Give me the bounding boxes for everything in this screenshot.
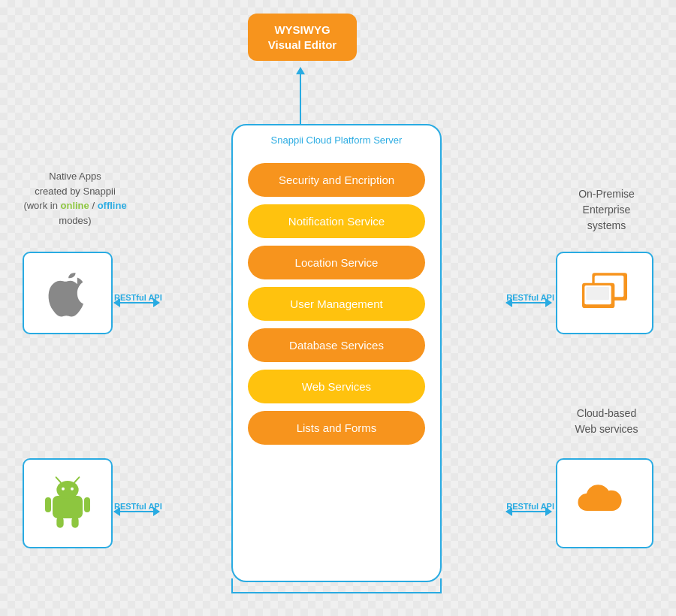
wysiwyg-label: WYSIWYGVisual Editor [268,23,336,51]
restful-api-left-2: RESTful API [114,502,162,512]
online-text: online [61,200,89,211]
arrow-right-2-line [506,511,554,512]
native-apps-text: Native Apps created by Snappii (work in … [23,169,128,228]
wysiwyg-box: WYSIWYGVisual Editor [248,14,357,61]
native-apps-line2: created by Snappii [35,186,116,197]
cloud-web-text: Cloud-basedWeb services [575,407,638,435]
cloud-platform-label: Snappii Cloud Platform Server [271,134,403,146]
server-icon [575,267,635,319]
cloud-platform-container: Snappii Cloud Platform Server Security a… [231,124,442,582]
svg-rect-0 [53,496,83,518]
svg-line-5 [74,477,79,482]
arrow-right-1-line [506,302,554,303]
cloud-web-services-box [556,458,653,548]
top-arrow [300,71,301,128]
on-premise-text: On-PremiseEnterprisesystems [578,188,635,231]
location-service-btn: Location Service [248,246,425,279]
apple-icon [45,267,90,319]
svg-rect-7 [84,497,90,512]
bottom-line [231,592,442,593]
svg-line-4 [56,477,61,482]
restful-api-left-1: RESTful API [114,293,162,303]
offline-text: offline [98,200,127,211]
native-apps-line3: (work in [23,200,60,211]
enterprise-server-box [556,252,653,334]
cloud-web-label: Cloud-basedWeb services [548,406,665,437]
android-device-box [23,458,113,548]
svg-point-1 [56,481,78,499]
android-icon [41,473,94,533]
svg-rect-6 [45,497,51,512]
svg-rect-14 [586,287,609,300]
diagram-container: WYSIWYGVisual Editor Snappii Cloud Platf… [0,0,676,616]
restful-api-right-1: RESTful API [506,293,554,303]
svg-rect-8 [56,517,63,528]
native-apps-line1: Native Apps [49,171,101,182]
slash-text: / [89,200,98,211]
apple-device-box [23,252,113,334]
security-service-btn: Security and Encription [248,163,425,197]
cloud-icon [575,481,635,526]
restful-api-right-2: RESTful API [506,502,554,512]
modes-text: modes) [59,215,91,226]
on-premise-label: On-PremiseEnterprisesystems [548,186,665,234]
user-management-btn: User Management [248,287,425,321]
lists-forms-btn: Lists and Forms [248,411,425,445]
svg-point-2 [62,488,65,491]
notification-service-btn: Notification Service [248,204,425,238]
arrow-left-1-line [114,302,162,303]
svg-rect-9 [71,517,78,528]
web-services-btn: Web Services [248,370,425,403]
arrow-left-2-line [114,511,162,512]
database-services-btn: Database Services [248,328,425,362]
svg-point-3 [71,488,74,491]
